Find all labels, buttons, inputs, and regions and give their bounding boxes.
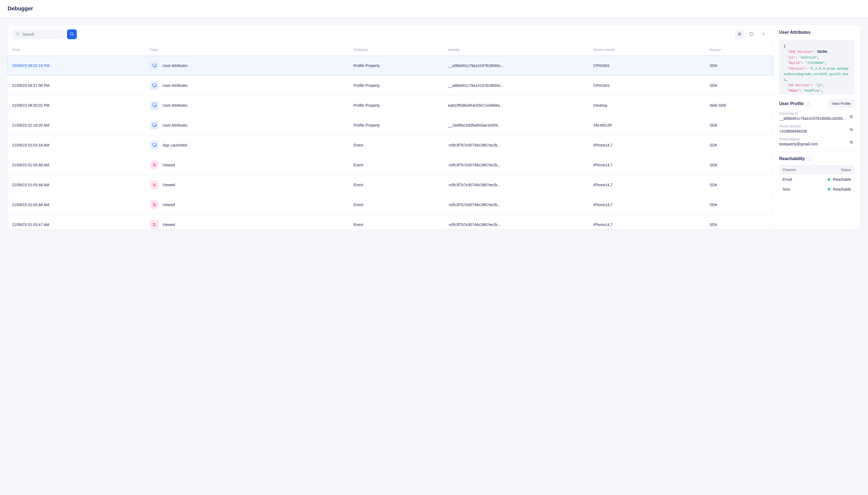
cell-time: 21/09/23 01:05:48 AM	[7, 175, 146, 195]
field-value: __a9bb491c79a14197816b90c1b09d...	[779, 116, 846, 121]
col-category-header: Category	[349, 44, 444, 56]
info-icon[interactable]: i	[806, 102, 810, 106]
cell-identity: -v0fc3f7b7e30746c2867ee2b...	[444, 215, 589, 229]
cell-data: User Attributes	[162, 64, 188, 68]
cell-category: Event	[349, 195, 444, 215]
cell-category: Event	[349, 135, 444, 155]
field-label: CleverTap ID	[779, 112, 846, 116]
cell-category: Profile Property	[349, 116, 444, 135]
svg-point-9	[155, 66, 156, 67]
reach-status-header: Status	[841, 168, 851, 172]
table-row[interactable]: 21/09/23 01:05:48 AMViewedEvent-v0fc3f7b…	[7, 195, 773, 215]
event-icon	[150, 161, 159, 169]
svg-rect-22	[153, 143, 156, 146]
cell-time: 21/09/23 02:18:20 AM	[7, 116, 146, 135]
copy-button[interactable]	[848, 139, 854, 146]
svg-line-1	[19, 35, 20, 36]
table-row[interactable]: 21/09/23 02:03:18 AMApp LaunchedEvent-v0…	[7, 135, 773, 155]
event-icon	[150, 200, 159, 209]
col-data-header: Data	[146, 44, 349, 56]
cell-data: Viewed	[162, 203, 175, 207]
search-input[interactable]	[22, 32, 61, 36]
col-identity-header: Identity	[444, 44, 589, 56]
cell-device: Desktop	[589, 96, 705, 116]
col-source-header: Source	[705, 44, 773, 56]
cell-device: SM-M515F	[589, 116, 705, 135]
field-label: Phone Number	[779, 124, 846, 128]
cell-time: 21/09/23 08:55:02 PM	[7, 96, 146, 116]
status-dot-icon	[828, 188, 831, 191]
reach-channel: Email	[782, 177, 792, 182]
profile-icon	[150, 141, 159, 150]
expand-button[interactable]	[759, 30, 768, 39]
table-row[interactable]: 21/09/23 09:37:58 PMUser AttributesProfi…	[7, 76, 773, 96]
reachability-title: Reachability	[779, 156, 805, 161]
cell-device: CPH2401	[589, 56, 705, 76]
svg-rect-14	[153, 104, 156, 106]
table-row[interactable]: 25/09/23 08:32:18 PMUser AttributesProfi…	[7, 56, 773, 76]
cell-category: Event	[349, 175, 444, 195]
cell-source: SDK	[705, 76, 773, 96]
reach-status: Reachable	[833, 187, 851, 191]
refresh-button[interactable]	[747, 30, 756, 39]
info-icon[interactable]: i	[807, 157, 811, 161]
cell-data: User Attributes	[162, 103, 188, 107]
cell-data: User Attributes	[162, 83, 188, 88]
profile-icon	[150, 61, 159, 70]
cell-identity: __a9bb491c79a14197816b90c...	[444, 56, 589, 76]
svg-point-0	[17, 32, 19, 35]
pause-icon	[737, 32, 742, 37]
cell-source: SDK	[705, 215, 773, 229]
cell-time: 21/09/23 01:05:47 AM	[7, 215, 146, 229]
svg-rect-18	[153, 124, 156, 126]
copy-button[interactable]	[848, 126, 854, 133]
pause-button[interactable]	[735, 30, 744, 39]
cell-category: Profile Property	[349, 56, 444, 76]
reach-channel: Sms	[782, 187, 790, 191]
cell-data: Viewed	[162, 183, 175, 187]
view-profile-button[interactable]: View Profile	[828, 99, 854, 108]
reach-channel-header: Channel	[782, 168, 796, 172]
cell-device: CPH2401	[589, 76, 705, 96]
cell-data: App Launched	[162, 143, 187, 147]
svg-point-25	[155, 145, 156, 146]
cell-source: SDK	[705, 175, 773, 195]
cell-time: 21/09/23 02:03:18 AM	[7, 135, 146, 155]
status-dot-icon	[828, 178, 831, 181]
cell-time: 21/09/23 01:05:48 AM	[7, 195, 146, 215]
cell-device: iPhone14,7	[589, 175, 705, 195]
svg-rect-5	[740, 33, 740, 35]
cell-source: SDK	[705, 56, 773, 76]
search-field-wrap[interactable]	[13, 30, 64, 39]
cell-data: Viewed	[162, 163, 175, 167]
chevron-right-icon	[761, 32, 766, 37]
field-label: Email Address	[779, 137, 846, 141]
profile-icon	[150, 101, 159, 110]
svg-point-17	[155, 105, 156, 106]
page-title: Debugger	[7, 5, 861, 12]
table-row[interactable]: 21/09/23 02:18:20 AMUser AttributesProfi…	[7, 116, 773, 135]
user-profile-title: User Profile	[779, 101, 804, 106]
detail-sidebar: User Attributes { "SDK Version": 50200, …	[773, 25, 861, 229]
table-row[interactable]: 21/09/23 01:05:47 AMViewedEvent-v0fc3f7b…	[7, 215, 773, 229]
table-row[interactable]: 21/09/23 01:05:48 AMViewedEvent-v0fc3f7b…	[7, 175, 773, 195]
table-row[interactable]: 21/09/23 08:55:02 PMUser AttributesProfi…	[7, 96, 773, 116]
svg-rect-4	[739, 33, 739, 35]
search-icon	[16, 32, 20, 37]
svg-line-3	[73, 35, 73, 36]
copy-button[interactable]	[848, 114, 854, 121]
cell-identity: -v0fc3f7b7e30746c2867ee2b...	[444, 195, 589, 215]
json-preview[interactable]: { "SDK Version": 50200, "os": "android",…	[779, 40, 854, 94]
table-row[interactable]: 21/09/23 01:05:48 AMViewedEvent-v0fc3f7b…	[7, 155, 773, 175]
svg-rect-6	[153, 64, 156, 66]
cell-device: iPhone14,7	[589, 195, 705, 215]
reachability-row: EmailReachable	[779, 174, 854, 184]
col-time-header: Time	[7, 44, 146, 56]
cell-identity: -v0fc3f7b7e30746c2867ee2b...	[444, 135, 589, 155]
cell-identity: __2a98fa16d3fa4f43ae1e509...	[444, 116, 589, 135]
cell-device: iPhone14,7	[589, 135, 705, 155]
cell-device: iPhone14,7	[589, 155, 705, 175]
cell-category: Event	[349, 215, 444, 229]
cell-device: iPhone14,7	[589, 215, 705, 229]
search-button[interactable]	[67, 29, 77, 39]
